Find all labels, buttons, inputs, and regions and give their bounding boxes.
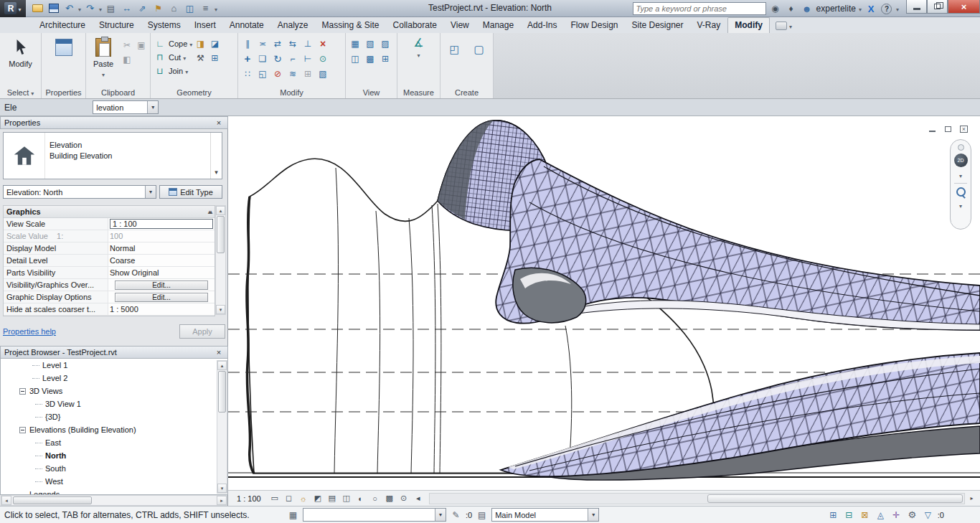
tab-collaborate[interactable]: Collaborate — [387, 18, 443, 33]
create-group-icon[interactable] — [470, 40, 489, 59]
scale-icon[interactable] — [256, 67, 269, 80]
tab-annotate[interactable]: Annotate — [223, 18, 270, 33]
apply-button[interactable]: Apply — [179, 324, 225, 339]
property-row-view-scale[interactable]: View Scale 1 : 100 — [4, 218, 215, 230]
mirror-pick-axis-icon[interactable] — [271, 37, 284, 50]
tab-v-ray[interactable]: V-Ray — [691, 18, 727, 33]
visibility-graphics-edit-button[interactable]: Edit... — [115, 281, 208, 290]
mirror-draw-axis-icon[interactable] — [286, 37, 299, 50]
active-design-option-combo[interactable]: Main Model — [491, 508, 599, 522]
sign-in-icon[interactable] — [801, 2, 814, 15]
property-row-display-model[interactable]: Display Model Normal — [4, 242, 215, 255]
delete-icon[interactable] — [316, 37, 329, 50]
canvas-h-scroll-thumb[interactable] — [707, 494, 963, 503]
type-selector-caret-icon[interactable] — [210, 133, 222, 179]
properties-scroll-thumb[interactable] — [217, 216, 225, 253]
measure-icon[interactable] — [120, 2, 133, 15]
paint-icon[interactable] — [194, 37, 207, 50]
browser-scrollbar[interactable] — [217, 360, 227, 494]
property-row-parts-visibility[interactable]: Parts Visibility Show Original — [4, 267, 215, 279]
switch-windows-icon[interactable] — [379, 52, 392, 65]
browser-item-3d-view-1[interactable]: 3D View 1 — [1, 397, 227, 410]
cut-profile-icon[interactable] — [286, 67, 299, 80]
scroll-down-icon[interactable] — [217, 484, 227, 493]
help-search-box[interactable] — [633, 2, 766, 15]
offset-icon[interactable] — [256, 37, 269, 50]
unpin-icon[interactable] — [271, 67, 284, 80]
show-hidden-lines-icon[interactable] — [364, 37, 377, 50]
open-icon[interactable] — [31, 2, 44, 15]
section-graphics[interactable]: Graphics — [4, 206, 215, 218]
tab-view[interactable]: View — [444, 18, 476, 33]
browser-item-level-2[interactable]: Level 2 — [1, 372, 227, 385]
canvas-h-scrollbar[interactable] — [429, 493, 965, 504]
wall-joins-icon[interactable] — [208, 52, 221, 64]
drag-on-selection-icon[interactable] — [890, 509, 903, 521]
selection-settings-icon[interactable] — [906, 509, 918, 521]
copy-icon[interactable] — [256, 52, 269, 65]
tab-modify[interactable]: Modify — [727, 17, 770, 33]
properties-scrollbar[interactable] — [215, 205, 226, 315]
browser-item-east[interactable]: East — [1, 436, 227, 449]
zoom-options-caret-icon[interactable] — [959, 200, 962, 210]
help-icon[interactable] — [880, 2, 893, 15]
match-type-properties-icon[interactable] — [121, 53, 133, 65]
collapse-icon[interactable] — [19, 388, 26, 395]
help-caret-icon[interactable] — [896, 4, 899, 14]
rotate-icon[interactable] — [271, 52, 284, 65]
undo-icon[interactable] — [62, 2, 76, 15]
properties-close-icon[interactable]: × — [214, 118, 224, 127]
property-row-hide-at-scales[interactable]: Hide at scales coarser t... 1 : 5000 — [4, 303, 215, 316]
navigation-bar-toggle[interactable] — [958, 144, 964, 151]
copy-to-clipboard-icon[interactable] — [135, 39, 148, 51]
browser-item-south[interactable]: South — [1, 462, 227, 475]
ribbon-state-button[interactable] — [771, 19, 797, 33]
scroll-up-icon[interactable] — [217, 361, 227, 370]
view-minimize-icon[interactable] — [928, 125, 937, 133]
select-pinned-icon[interactable] — [859, 509, 871, 521]
browser-scroll-thumb[interactable] — [218, 371, 226, 413]
application-menu-button[interactable]: R — [0, 0, 26, 17]
select-links-icon[interactable] — [827, 509, 839, 521]
view-scale-value[interactable]: 1 : 100 — [110, 219, 213, 229]
tab-manage[interactable]: Manage — [476, 18, 520, 33]
collapse-icon[interactable] — [19, 427, 26, 433]
type-selector[interactable]: Elevation Building Elevation — [3, 132, 222, 179]
create-parts-icon[interactable] — [446, 40, 464, 59]
worksets-icon[interactable] — [287, 509, 299, 521]
tab-architecture[interactable]: Architecture — [33, 18, 92, 33]
editable-only-icon[interactable] — [450, 509, 462, 521]
tab-systems[interactable]: Systems — [141, 18, 187, 33]
browser-item-elevations[interactable]: Elevations (Building Elevation) — [1, 423, 227, 436]
zoom-button[interactable] — [956, 187, 966, 197]
search-input[interactable] — [636, 4, 763, 13]
scroll-up-icon[interactable] — [216, 206, 225, 215]
split-face-icon[interactable] — [208, 37, 221, 50]
rendering-dialog-icon[interactable] — [326, 493, 339, 504]
wheel-options-caret-icon[interactable] — [959, 170, 962, 180]
browser-item-level-1[interactable]: Level 1 — [1, 359, 227, 372]
remove-hidden-lines-icon[interactable] — [379, 37, 392, 50]
browser-h-scrollbar[interactable] — [1, 495, 227, 506]
cut-button[interactable]: Cut — [154, 51, 192, 63]
property-row-detail-level[interactable]: Detail Level Coarse — [4, 255, 215, 267]
default-3d-view-icon[interactable] — [167, 2, 181, 15]
split-element-icon[interactable] — [301, 37, 314, 50]
cope-button[interactable]: Cope — [154, 37, 192, 50]
visual-style-icon[interactable] — [283, 493, 296, 504]
project-browser-close-icon[interactable]: × — [214, 348, 224, 357]
graphic-display-options-edit-button[interactable]: Edit... — [115, 293, 208, 302]
view-close-icon[interactable]: × — [959, 125, 969, 133]
reveal-hidden-elements-icon[interactable] — [383, 493, 396, 504]
detail-level-icon[interactable] — [268, 493, 281, 504]
view-restore-icon[interactable] — [943, 125, 953, 133]
shadows-icon[interactable] — [311, 493, 324, 504]
edit-wall-joins-icon[interactable] — [301, 67, 314, 80]
options-bar-combo[interactable]: levation — [93, 100, 159, 114]
scroll-right-icon[interactable] — [217, 496, 227, 505]
modify-tool-button[interactable]: Modify — [0, 33, 41, 68]
undo-caret-icon[interactable] — [78, 4, 81, 14]
scroll-left-icon[interactable] — [1, 496, 11, 505]
browser-item-west[interactable]: West — [1, 475, 227, 488]
trim-corner-icon[interactable] — [286, 52, 299, 65]
